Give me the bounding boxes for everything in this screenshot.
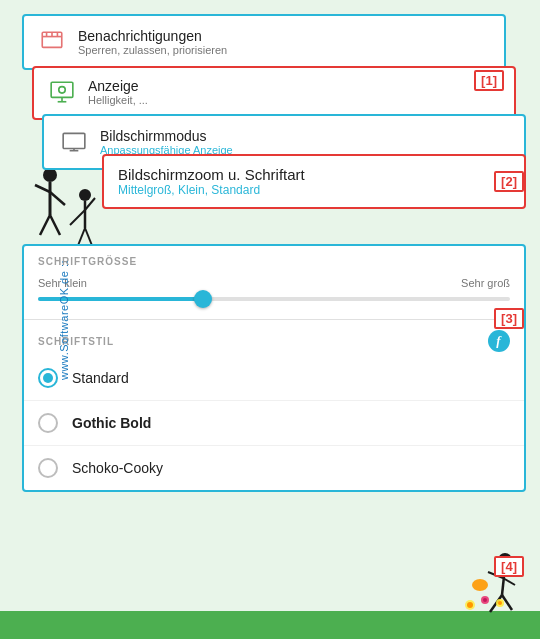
- notifications-icon: [36, 26, 68, 58]
- font-size-slider[interactable]: [38, 297, 510, 301]
- label-4-badge: [4]: [494, 556, 524, 577]
- zoom-title: Bildschirmzoom u. Schriftart: [118, 166, 510, 183]
- notifications-title: Benachrichtigungen: [78, 28, 227, 44]
- radio-circle-schoko-cooky[interactable]: [38, 458, 58, 478]
- radio-label-standard: Standard: [72, 370, 129, 386]
- svg-point-31: [59, 87, 66, 94]
- label-2-badge: [2]: [494, 171, 524, 192]
- radio-dot-standard: [43, 373, 53, 383]
- zoom-subtitle: Mittelgroß, Klein, Standard: [118, 183, 510, 197]
- radio-label-schoko-cooky: Schoko-Cooky: [72, 460, 163, 476]
- panel-font-settings: SCHRIFTGRÖSSE Sehr klein Sehr groß SCHRI…: [22, 244, 526, 492]
- slider-max-label: Sehr groß: [461, 277, 510, 289]
- radio-circle-standard[interactable]: [38, 368, 58, 388]
- screen-mode-icon: [58, 126, 90, 158]
- panel-zoom: Bildschirmzoom u. Schriftart Mittelgroß,…: [102, 154, 526, 209]
- svg-rect-30: [51, 82, 73, 97]
- notifications-subtitle: Sperren, zulassen, priorisieren: [78, 44, 227, 56]
- panel-notifications: Benachrichtigungen Sperren, zulassen, pr…: [22, 14, 506, 70]
- main-content: Benachrichtigungen Sperren, zulassen, pr…: [22, 14, 526, 629]
- font-size-section-label: SCHRIFTGRÖSSE: [24, 246, 524, 271]
- display-icon: [46, 76, 78, 108]
- radio-option-schoko-cooky[interactable]: Schoko-Cooky: [24, 446, 524, 490]
- slider-thumb[interactable]: [194, 290, 212, 308]
- display-title: Anzeige: [88, 78, 148, 94]
- panel-display: Anzeige Helligkeit, ...: [32, 66, 516, 120]
- radio-option-standard[interactable]: Standard: [24, 356, 524, 401]
- label-1-badge: [1]: [474, 70, 504, 91]
- screen-mode-title: Bildschirmmodus: [100, 128, 233, 144]
- label-3-badge: [3]: [494, 308, 524, 329]
- watermark-text: www.SoftwareOK.de ::: [58, 259, 70, 379]
- radio-label-gothic-bold: Gothic Bold: [72, 415, 151, 431]
- radio-circle-gothic-bold[interactable]: [38, 413, 58, 433]
- display-subtitle: Helligkeit, ...: [88, 94, 148, 106]
- slider-section: Sehr klein Sehr groß: [24, 271, 524, 319]
- radio-option-gothic-bold[interactable]: Gothic Bold: [24, 401, 524, 446]
- font-style-section: SCHRIFTSTIL f Standard Gothic Bold Schok…: [24, 319, 524, 490]
- font-style-icon: f: [488, 330, 510, 352]
- svg-rect-34: [63, 133, 85, 148]
- font-style-section-label: SCHRIFTSTIL f: [24, 320, 524, 356]
